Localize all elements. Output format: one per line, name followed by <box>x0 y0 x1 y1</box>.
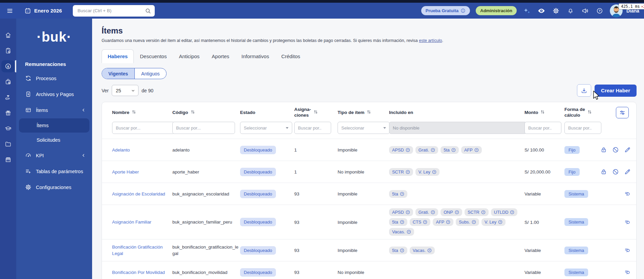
filter-input-monto[interactable] <box>524 122 561 134</box>
filter-cell-incluido <box>389 122 524 134</box>
item-name-link[interactable]: Aporte Haber <box>112 169 142 175</box>
tab-haberes[interactable]: Haberes <box>102 49 134 63</box>
rail-item-remuneraciones[interactable]: $ <box>0 60 16 73</box>
view-detail-icon[interactable] <box>624 219 631 226</box>
included-tag[interactable]: SCTR? <box>389 168 413 176</box>
sort-icon[interactable] <box>132 110 136 116</box>
rail-item-asistencia[interactable] <box>0 75 16 88</box>
create-haber-button[interactable]: Crear Haber <box>595 85 637 97</box>
sort-icon[interactable] <box>367 110 371 116</box>
included-tag[interactable]: ONP? <box>441 208 462 216</box>
included-tag[interactable]: 5ta? <box>441 146 459 154</box>
rail-item-tasks[interactable] <box>0 44 16 57</box>
rail-item-regalos[interactable] <box>0 107 16 119</box>
tab-anticipos[interactable]: Anticipos <box>173 49 206 63</box>
rail-item-documentos[interactable] <box>0 138 16 150</box>
filter-input-asignaciones[interactable] <box>294 122 331 134</box>
sidebar-item-procesos[interactable]: Procesos <box>16 70 92 86</box>
item-name-link[interactable]: Adelanto <box>112 147 133 153</box>
rail-item-beneficios[interactable] <box>0 91 16 104</box>
table-row: AdelantoadelantoDesbloqueado1ImponibleAP… <box>102 139 636 161</box>
sort-icon[interactable] <box>191 110 195 116</box>
tab-descuentos[interactable]: Descuentos <box>134 49 173 63</box>
view-detail-icon[interactable] <box>624 190 631 197</box>
filter-input-nombre[interactable] <box>112 122 175 134</box>
bell-icon[interactable] <box>566 6 575 15</box>
search-input[interactable] <box>77 8 145 14</box>
download-button[interactable] <box>577 84 591 97</box>
sidebar-item-kpi[interactable]: KPI <box>16 147 92 163</box>
table-row: Asignación de Escolaridadbuk_asignacion_… <box>102 183 636 205</box>
tab-informativos[interactable]: Informativos <box>235 49 275 63</box>
view-detail-icon[interactable] <box>624 247 631 254</box>
rail-item-home[interactable] <box>0 29 16 42</box>
svg-text:?: ? <box>401 221 403 223</box>
included-tag[interactable]: UTLDD? <box>491 208 518 216</box>
rail-item-formacion[interactable] <box>0 122 16 135</box>
block-icon[interactable] <box>612 168 619 175</box>
sidebar-item-configuraciones[interactable]: Configuraciones <box>16 179 92 195</box>
included-tag[interactable]: APSD? <box>389 208 413 216</box>
sidebar-subitem-solicitudes[interactable]: Solicitudes <box>19 133 89 147</box>
included-tag[interactable]: SCTR? <box>465 208 489 216</box>
filter-select-tipo[interactable]: Seleccionar <box>338 122 390 134</box>
filter-input-forma[interactable] <box>564 122 601 134</box>
included-tag[interactable]: AFP? <box>461 146 482 154</box>
sort-icon[interactable] <box>540 110 545 116</box>
per-page-select[interactable]: 25 <box>112 85 138 96</box>
help-icon[interactable]: ? <box>595 6 604 15</box>
included-tag[interactable]: CTS? <box>410 218 431 226</box>
item-name-link[interactable]: Bonificación Gratificación Legal <box>112 245 163 256</box>
tab-créditos[interactable]: Créditos <box>275 49 306 63</box>
sidebar-item-tablas-de-parametros[interactable]: Tablas de parámetros <box>16 163 92 179</box>
svg-text:?: ? <box>448 221 449 223</box>
included-tag[interactable]: Grati.? <box>415 208 438 216</box>
filter-input-codigo[interactable] <box>172 122 235 134</box>
included-tag[interactable]: Vacas.? <box>410 247 435 254</box>
rail-item-organizacion[interactable] <box>0 153 16 166</box>
included-tag[interactable]: 5ta? <box>389 190 407 198</box>
included-tag-label: Subs. <box>459 219 470 225</box>
included-tag[interactable]: V. Ley? <box>481 218 506 226</box>
toggle-antiguos[interactable]: Antiguos <box>134 68 166 79</box>
sort-icon[interactable] <box>587 110 592 116</box>
item-name-link[interactable]: Bonificación Por Movilidad <box>112 270 168 275</box>
item-name-link[interactable]: Asignación Familiar <box>112 219 154 225</box>
table-row: Asignación Familiarbuk_asignacion_famili… <box>102 205 636 239</box>
sparkle-icon[interactable] <box>522 6 531 15</box>
included-tag[interactable]: Grati.? <box>415 146 438 154</box>
filter-select-estado[interactable]: Seleccionar <box>240 122 292 134</box>
period-selector[interactable]: Enero 2026 <box>24 7 62 14</box>
sort-icon[interactable] <box>314 110 318 116</box>
eye-icon[interactable] <box>537 6 546 15</box>
toggle-vigentes[interactable]: Vigentes <box>102 68 134 79</box>
block-icon[interactable] <box>612 146 619 153</box>
trial-badge[interactable]: Prueba Gratuita <box>421 6 470 15</box>
edit-pencil-icon[interactable] <box>624 168 631 175</box>
sidebar-subitem-items-sub[interactable]: Ítems <box>19 118 89 133</box>
view-detail-icon[interactable] <box>624 269 631 276</box>
included-tag[interactable]: AFP? <box>433 218 453 226</box>
included-tag[interactable]: Subs.? <box>456 218 479 226</box>
included-tag[interactable]: V. Ley? <box>415 168 439 176</box>
tab-aportes[interactable]: Aportes <box>206 49 235 63</box>
sidebar-item-items[interactable]: Ítems <box>16 102 92 118</box>
gear-icon[interactable] <box>552 6 560 15</box>
help-circle-icon: ? <box>423 220 427 224</box>
megaphone-icon[interactable] <box>581 6 589 15</box>
sidebar-item-archivos-y-pagos[interactable]: $ Archivos y Pagos <box>16 86 92 102</box>
included-tag[interactable]: Vacas.? <box>389 228 414 236</box>
global-search[interactable] <box>73 5 155 17</box>
lock-icon[interactable] <box>600 146 607 153</box>
edit-pencil-icon[interactable] <box>624 146 631 153</box>
included-tag[interactable]: 5ta? <box>389 247 407 254</box>
item-name-link[interactable]: Asignación de Escolaridad <box>112 191 168 196</box>
included-tag[interactable]: APSD? <box>389 146 413 154</box>
svg-text:?: ? <box>476 148 477 151</box>
hamburger-menu-button[interactable] <box>4 5 16 17</box>
admin-badge[interactable]: Administración <box>476 6 517 15</box>
description-link[interactable]: este artículo <box>419 38 442 43</box>
column-settings-button[interactable] <box>616 107 629 118</box>
included-tag[interactable]: 5ta? <box>389 218 407 226</box>
lock-icon[interactable] <box>600 168 607 175</box>
